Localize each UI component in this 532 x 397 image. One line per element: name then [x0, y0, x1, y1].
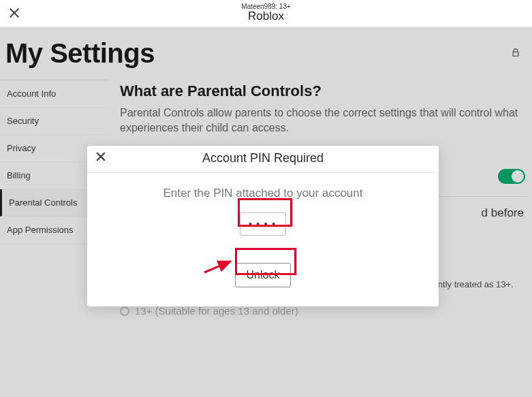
pin-enabled-toggle[interactable] [498, 169, 525, 184]
age-option-label: 13+ (Suitable for ages 13 and older) [135, 305, 298, 317]
sidebar-item-label: Parental Controls [9, 197, 77, 208]
close-icon[interactable] [7, 5, 23, 22]
unlock-button[interactable]: Unlock [235, 263, 292, 287]
page-title: My Settings [5, 38, 155, 69]
parental-controls-description: Parental Controls allow parents to choos… [120, 106, 528, 136]
sidebar-item-label: Account Info [7, 89, 56, 99]
sidebar-item-label: Security [7, 116, 39, 126]
radio-icon [120, 306, 129, 316]
sidebar-item-label: Billing [7, 170, 31, 180]
lock-icon [510, 47, 521, 61]
pin-value: •••• [247, 219, 279, 229]
unlock-button-label: Unlock [247, 269, 280, 281]
modal-close-icon[interactable] [93, 150, 109, 166]
sidebar-item-account-info[interactable]: Account Info [0, 80, 109, 108]
window-titlebar: Mateen989: 13+ Roblox [0, 0, 532, 27]
sidebar-item-label: App Permissions [7, 225, 74, 235]
app-name: Roblox [241, 10, 291, 23]
account-pin-modal: Account PIN Required Enter the PIN attac… [87, 146, 439, 306]
sidebar-item-label: Privacy [7, 143, 36, 153]
modal-prompt: Enter the PIN attached to your account [101, 187, 425, 200]
parental-controls-heading: What are Parental Controls? [120, 82, 528, 100]
svg-rect-0 [513, 52, 518, 56]
age-option-row[interactable]: 13+ (Suitable for ages 13 and older) [120, 305, 528, 317]
modal-title: Account PIN Required [87, 151, 439, 165]
sidebar-item-security[interactable]: Security [0, 108, 109, 135]
pin-input[interactable]: •••• [240, 212, 286, 236]
